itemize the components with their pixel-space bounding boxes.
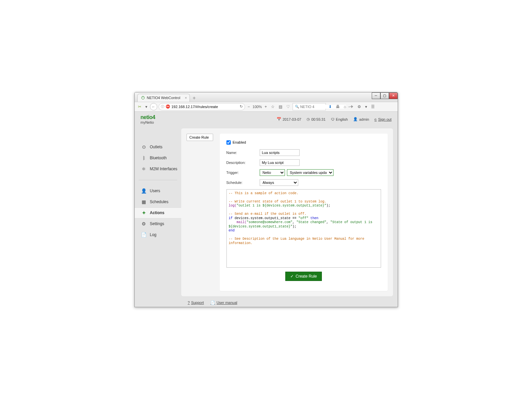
browser-toolbar: ✂ ▾ ← ⓘ ⛔ ↻ − 100% + ☆ ▤ ♡ 🔍 → ⬇ 🖶 ⌂ ✈ ⚙… [135,102,398,112]
maximize-button[interactable]: ▢ [380,92,389,99]
zoom-in-button[interactable]: + [263,104,268,110]
schedule-select[interactable]: Always [260,179,298,186]
signout-link[interactable]: ⎋Sign out [374,117,391,121]
header-time: 00:55:31 [311,117,326,121]
print-icon[interactable]: 🖶 [334,104,341,110]
language-selector[interactable]: 🗨English [331,117,348,121]
main-panel: Create Rule Enabled Name: Description: [181,128,393,296]
schedule-label: Schedule: [226,181,260,185]
home-icon[interactable]: ⌂ [342,104,347,110]
manual-link[interactable]: 📄User manual [210,301,237,305]
outlets-icon: ⊙ [141,144,147,150]
close-button[interactable]: ✕ [389,92,398,99]
library-icon[interactable]: ▤ [277,104,284,110]
trigger-category-select[interactable]: Netio [260,169,285,176]
header-bar: netio4 myNetio 📅2017-03-07 ◷00:55:31 🗨En… [135,112,398,123]
more-dropdown-icon[interactable]: ▾ [364,104,368,110]
footer: ?Support 📄User manual [188,301,237,305]
send-icon[interactable]: ✈ [349,104,355,110]
sidebar-item-outlets[interactable]: ⊙Outlets [135,142,181,153]
new-tab-button[interactable]: + [193,95,196,102]
calendar-icon: 📅 [277,117,281,121]
tab-create-rule[interactable]: Create Rule [187,134,213,141]
trigger-label: Trigger: [226,171,260,175]
settings-icon: ⚙ [141,221,147,226]
tab-title: NETIO4 WebControl [147,96,181,100]
info-icon[interactable]: ⓘ [161,104,164,109]
signout-icon: ⎋ [374,117,377,121]
trigger-event-select[interactable]: System variables updated [287,169,333,176]
header-user: admin [359,117,369,121]
header-info: 📅2017-03-07 ◷00:55:31 🗨English 👤admin ⎋S… [277,117,392,121]
clock-icon: ◷ [307,117,310,121]
bluetooth-icon: ᛒ [141,155,147,161]
download-icon[interactable]: ⬇ [327,104,333,110]
block-icon[interactable]: ⛔ [166,104,170,109]
url-input[interactable] [172,105,238,109]
m2m-icon: ⚛ [141,166,147,172]
check-icon: ✓ [290,274,294,279]
rule-form: Enabled Name: Description: Trigger: Neti… [220,134,388,291]
titlebar: NETIO4 WebControl × + ─ ▢ ✕ [135,92,398,102]
actions-icon: ✦ [141,210,147,215]
menu-icon[interactable]: ☰ [370,104,376,110]
speech-icon: 🗨 [331,117,334,121]
user-icon: 👤 [353,117,358,121]
create-rule-button[interactable]: ✓ Create Rule [285,272,322,281]
sidebar-item-actions[interactable]: ✦Actions [135,207,181,218]
search-icon: 🔍 [295,105,299,108]
extension-icon[interactable]: ✂ [137,104,143,110]
browser-tab[interactable]: NETIO4 WebControl × [137,94,190,102]
code-editor[interactable]: -- This is a sample of action code. -- W… [226,189,381,268]
sidebar-item-m2m[interactable]: ⚛M2M Interfaces [135,164,181,175]
panel-tabs: Create Rule [187,134,213,291]
sidebar-item-settings[interactable]: ⚙Settings [135,218,181,229]
search-bar[interactable]: 🔍 → [293,103,326,110]
minimize-button[interactable]: ─ [372,92,380,99]
bookmark-icon[interactable]: ☆ [270,104,276,110]
sidebar: ⊙Outlets ᛒBluetooth ⚛M2M Interfaces 👤Use… [135,128,181,296]
enabled-label: Enabled [233,140,246,144]
document-icon: 📄 [210,301,215,305]
description-label: Description: [226,161,260,165]
name-input[interactable] [260,149,300,156]
sidebar-item-users[interactable]: 👤Users [135,186,181,197]
window-controls: ─ ▢ ✕ [372,92,398,99]
header-date: 2017-03-07 [283,117,301,121]
zoom-out-button[interactable]: − [246,104,251,110]
logo: netio4 [141,114,155,120]
back-button[interactable]: ← [150,103,157,110]
help-icon: ? [188,301,190,305]
power-icon [141,96,145,100]
support-link[interactable]: ?Support [188,301,204,305]
enabled-checkbox[interactable] [226,140,231,145]
dropdown-icon[interactable]: ▾ [144,104,149,110]
schedules-icon: ▦ [141,199,147,204]
log-icon: 📄 [141,232,147,237]
zoom-level: 100% [253,105,262,109]
description-input[interactable] [260,159,300,166]
nav-divider [139,180,177,180]
address-bar[interactable]: ⓘ ⛔ ↻ [159,103,245,110]
sidebar-item-schedules[interactable]: ▦Schedules [135,197,181,207]
users-icon: 👤 [141,188,147,194]
tab-close-icon[interactable]: × [185,96,187,100]
sidebar-item-bluetooth[interactable]: ᛒBluetooth [135,153,181,164]
app-body: netio4 myNetio 📅2017-03-07 ◷00:55:31 🗨En… [135,112,398,307]
sidebar-item-log[interactable]: 📄Log [135,229,181,240]
content-wrap: ⊙Outlets ᛒBluetooth ⚛M2M Interfaces 👤Use… [135,128,398,296]
pocket-icon[interactable]: ♡ [285,104,291,110]
logo-subtitle: myNetio [141,120,155,124]
browser-window: NETIO4 WebControl × + ─ ▢ ✕ ✂ ▾ ← ⓘ ⛔ ↻ … [134,92,398,307]
puzzle-icon[interactable]: ⚙ [356,104,362,110]
reload-icon[interactable]: ↻ [240,104,243,109]
name-label: Name: [226,151,260,155]
